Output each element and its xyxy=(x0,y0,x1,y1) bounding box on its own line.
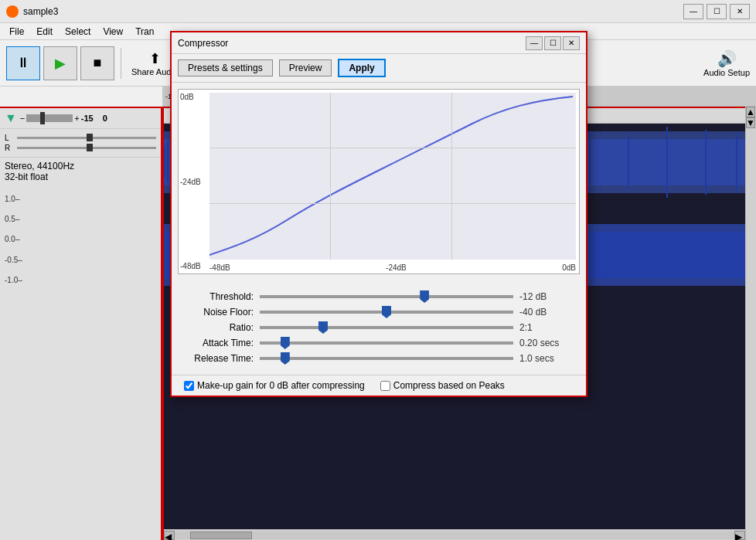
db-neg1.0: -1.0– xyxy=(5,276,156,284)
attack-row: Attack Time: 0.20 secs xyxy=(184,338,574,348)
threshold-value: -12 dB xyxy=(519,291,574,302)
dialog-minimize-btn[interactable]: — xyxy=(526,36,543,50)
audio-setup-label: Audio Setup xyxy=(703,68,750,77)
ratio-row: Ratio: 2:1 xyxy=(184,322,574,333)
preview-btn[interactable]: Preview xyxy=(279,59,332,76)
vol-control[interactable]: − + -15 xyxy=(20,114,94,123)
menu-view[interactable]: View xyxy=(97,25,129,39)
x-label-neg24db: -24dB xyxy=(386,263,407,272)
menu-file[interactable]: File xyxy=(3,25,30,39)
scroll-track[interactable] xyxy=(175,532,734,539)
threshold-thumb[interactable] xyxy=(420,290,429,303)
l-slider-label: L xyxy=(5,134,14,142)
share-icon: ⬆ xyxy=(149,50,161,67)
dialog-maximize-btn[interactable]: ☐ xyxy=(544,36,561,50)
noise-floor-slider[interactable] xyxy=(260,311,513,314)
vol-plus: + xyxy=(74,114,79,123)
close-button[interactable]: ✕ xyxy=(730,4,750,19)
noise-floor-row: Noise Floor: -40 dB xyxy=(184,307,574,318)
r-thumb[interactable] xyxy=(87,144,93,151)
attack-label: Attack Time: xyxy=(184,338,254,348)
vol-pan-row: ▼ − + -15 0 xyxy=(0,108,161,129)
svg-rect-27 xyxy=(705,130,707,195)
app-title: sample3 xyxy=(23,6,683,17)
scroll-right-btn[interactable]: ▶ xyxy=(734,531,745,540)
compression-curve-svg xyxy=(209,93,576,260)
presets-settings-btn[interactable]: Presets & settings xyxy=(178,59,273,76)
makeup-gain-label[interactable]: Make-up gain for 0 dB after compressing xyxy=(184,380,365,391)
release-label: Release Time: xyxy=(184,353,254,364)
v-scrollbar[interactable]: ▲ ▼ xyxy=(745,107,756,540)
makeup-gain-checkbox[interactable] xyxy=(184,381,194,391)
grid-h-2 xyxy=(209,203,576,204)
svg-rect-25 xyxy=(628,134,629,190)
play-icon[interactable]: ▶ xyxy=(55,55,66,72)
dialog-toolbar: Presets & settings Preview Apply xyxy=(172,54,586,83)
minimize-button[interactable]: — xyxy=(683,4,703,19)
y-label-neg24db: -24dB xyxy=(180,178,208,186)
menu-tran[interactable]: Tran xyxy=(129,25,160,39)
scroll-left-btn[interactable]: ◀ xyxy=(164,531,175,540)
db-0.0: 0.0– xyxy=(5,235,156,243)
svg-rect-28 xyxy=(736,133,737,192)
dialog-close-btn[interactable]: ✕ xyxy=(563,36,580,50)
main-window: sample3 — ☐ ✕ File Edit Select View Tran… xyxy=(0,0,756,540)
ratio-slider[interactable] xyxy=(260,326,513,329)
release-slider[interactable] xyxy=(260,357,513,360)
ratio-thumb[interactable] xyxy=(318,321,328,334)
l-slider-row: L xyxy=(5,134,156,142)
compress-peaks-label[interactable]: Compress based on Peaks xyxy=(380,380,505,391)
noise-floor-thumb[interactable] xyxy=(382,306,391,318)
audio-setup[interactable]: 🔊 Audio Setup xyxy=(703,49,750,77)
dialog-title-bar: Compressor — ☐ ✕ xyxy=(172,32,586,54)
noise-floor-value: -40 dB xyxy=(519,307,574,318)
release-row: Release Time: 1.0 secs xyxy=(184,353,574,364)
svg-rect-4 xyxy=(167,143,169,182)
menu-select[interactable]: Select xyxy=(59,25,97,39)
scroll-down-btn[interactable]: ▼ xyxy=(746,117,755,128)
maximize-button[interactable]: ☐ xyxy=(707,4,727,19)
stop-button[interactable]: ■ xyxy=(80,46,114,80)
release-thumb[interactable] xyxy=(281,352,290,365)
app-icon xyxy=(6,5,19,18)
graph-y-labels: 0dB -24dB -48dB xyxy=(179,90,209,273)
release-value: 1.0 secs xyxy=(519,353,574,364)
compressor-dialog[interactable]: Compressor — ☐ ✕ Presets & settings Prev… xyxy=(170,31,587,397)
grid-v-2 xyxy=(451,93,452,260)
pause-button[interactable]: ⏸ xyxy=(6,46,40,80)
r-slider-label: R xyxy=(5,144,14,152)
l-slider[interactable] xyxy=(17,137,156,139)
noise-floor-label: Noise Floor: xyxy=(184,307,254,318)
apply-btn[interactable]: Apply xyxy=(338,59,385,77)
scroll-up-btn[interactable]: ▲ xyxy=(746,107,755,117)
threshold-row: Threshold: -12 dB xyxy=(184,291,574,302)
ratio-label: Ratio: xyxy=(184,322,254,333)
stop-icon: ■ xyxy=(94,55,102,71)
compress-peaks-checkbox[interactable] xyxy=(380,381,390,391)
vol-minus: − xyxy=(20,114,25,123)
pan-value: 0 xyxy=(103,114,107,123)
db-1.0: 1.0– xyxy=(5,195,156,203)
comp-checkboxes: Make-up gain for 0 dB after compressing … xyxy=(172,375,586,396)
dialog-window-controls: — ☐ ✕ xyxy=(526,36,580,50)
attack-slider[interactable] xyxy=(260,341,513,345)
graph-x-labels: -48dB -24dB 0dB xyxy=(209,263,576,272)
graph-inner xyxy=(209,93,576,260)
h-scrollbar[interactable]: ◀ ▶ xyxy=(164,529,745,540)
r-slider-row: R xyxy=(5,144,156,152)
play-button[interactable]: ▶ xyxy=(43,46,77,80)
vol-value: -15 xyxy=(81,114,94,123)
makeup-gain-text: Make-up gain for 0 dB after compressing xyxy=(197,380,365,391)
format-line1: Stereo, 44100Hz xyxy=(5,161,156,172)
r-slider[interactable] xyxy=(17,147,156,149)
format-line2: 32-bit float xyxy=(5,172,156,182)
vol-slider[interactable] xyxy=(26,114,73,122)
l-thumb[interactable] xyxy=(87,134,93,141)
compressor-graph: 0dB -24dB -48dB -48d xyxy=(178,89,580,274)
attack-thumb[interactable] xyxy=(281,337,290,349)
menu-edit[interactable]: Edit xyxy=(30,25,59,39)
volume-icon: ▼ xyxy=(5,111,17,125)
threshold-slider[interactable] xyxy=(260,295,513,298)
vol-thumb[interactable] xyxy=(40,112,45,124)
scroll-thumb[interactable] xyxy=(190,532,252,539)
